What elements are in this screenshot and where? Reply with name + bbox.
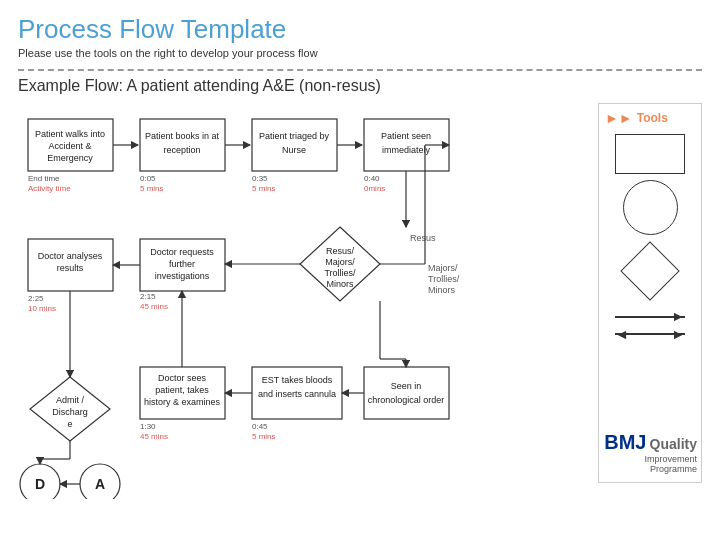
svg-text:further: further <box>169 259 195 269</box>
tool-rectangle[interactable] <box>615 134 685 174</box>
svg-text:0:05: 0:05 <box>140 174 156 183</box>
svg-text:patient, takes: patient, takes <box>155 385 209 395</box>
tool-arrow-bidirectional[interactable]: ◄ ► <box>615 333 685 335</box>
svg-text:reception: reception <box>163 145 200 155</box>
flow-diagram: Patient walks into Accident & Emergency … <box>10 99 590 519</box>
arrow-right-head: ► <box>671 308 685 324</box>
svg-text:0:35: 0:35 <box>252 174 268 183</box>
tools-panel: ►► Tools ► ◄ ► BMJ Quali <box>598 103 702 483</box>
svg-text:Doctor sees: Doctor sees <box>158 373 207 383</box>
svg-text:results: results <box>57 263 84 273</box>
svg-text:0mins: 0mins <box>364 184 385 193</box>
svg-text:End time: End time <box>28 174 60 183</box>
svg-text:Minors: Minors <box>326 279 354 289</box>
bmj-logo: BMJ Quality Improvement Programme <box>599 431 697 474</box>
svg-text:5 mins: 5 mins <box>140 184 164 193</box>
svg-text:Accident &: Accident & <box>48 141 91 151</box>
svg-text:0:45: 0:45 <box>252 422 268 431</box>
svg-text:Doctor analyses: Doctor analyses <box>38 251 103 261</box>
svg-text:Patient seen: Patient seen <box>381 131 431 141</box>
svg-text:Trollies/: Trollies/ <box>428 274 460 284</box>
svg-text:investigations: investigations <box>155 271 210 281</box>
svg-text:10 mins: 10 mins <box>28 304 56 313</box>
svg-text:Minors: Minors <box>428 285 456 295</box>
bmj-text: BMJ Quality <box>599 431 697 454</box>
svg-text:0:40: 0:40 <box>364 174 380 183</box>
tools-label: Tools <box>637 111 668 125</box>
tool-diamond-wrapper <box>620 241 680 301</box>
svg-text:Patient walks into: Patient walks into <box>35 129 105 139</box>
bmj-brand: BMJ <box>604 431 646 453</box>
tool-circle[interactable] <box>623 180 678 235</box>
svg-text:5 mins: 5 mins <box>252 184 276 193</box>
arrow-right-head2: ► <box>671 326 685 342</box>
svg-rect-70 <box>364 367 449 419</box>
svg-text:history & examines: history & examines <box>144 397 221 407</box>
main-content: Patient walks into Accident & Emergency … <box>0 99 720 519</box>
svg-text:Resus/: Resus/ <box>326 246 355 256</box>
svg-text:Resus: Resus <box>410 233 436 243</box>
svg-text:Patient books in at: Patient books in at <box>145 131 220 141</box>
svg-text:e: e <box>67 419 72 429</box>
svg-text:Patient triaged by: Patient triaged by <box>259 131 330 141</box>
svg-text:D: D <box>35 476 45 492</box>
page-header: Process Flow Template Please use the too… <box>0 0 720 63</box>
tool-diamond[interactable] <box>620 241 679 300</box>
svg-text:A: A <box>95 476 105 492</box>
svg-text:EST takes bloods: EST takes bloods <box>262 375 333 385</box>
arrow-left-head: ◄ <box>615 326 629 342</box>
improvement-text: Improvement Programme <box>599 454 697 474</box>
svg-text:45 mins: 45 mins <box>140 432 168 441</box>
flow-svg: Patient walks into Accident & Emergency … <box>10 99 590 499</box>
quality-text: Quality <box>650 436 697 452</box>
svg-text:5 mins: 5 mins <box>252 432 276 441</box>
svg-text:Emergency: Emergency <box>47 153 93 163</box>
svg-text:1:30: 1:30 <box>140 422 156 431</box>
tool-arrows: ► ◄ ► <box>605 311 695 335</box>
svg-text:Nurse: Nurse <box>282 145 306 155</box>
svg-text:Discharg: Discharg <box>52 407 88 417</box>
svg-text:2:25: 2:25 <box>28 294 44 303</box>
svg-text:Majors/: Majors/ <box>428 263 458 273</box>
tools-header: ►► Tools <box>605 110 695 126</box>
svg-text:Trollies/: Trollies/ <box>324 268 356 278</box>
svg-text:immediately: immediately <box>382 145 431 155</box>
svg-text:chronological order: chronological order <box>368 395 445 405</box>
svg-text:Seen in: Seen in <box>391 381 422 391</box>
svg-text:2:15: 2:15 <box>140 292 156 301</box>
tool-arrow-right[interactable]: ► <box>615 311 685 323</box>
svg-text:Doctor requests: Doctor requests <box>150 247 214 257</box>
svg-text:Activity time: Activity time <box>28 184 71 193</box>
page-title: Process Flow Template <box>18 14 702 45</box>
tools-arrow-icon: ►► <box>605 110 633 126</box>
flow-section-title: Example Flow: A patient attending A&E (n… <box>0 71 720 99</box>
svg-text:Admit /: Admit / <box>56 395 85 405</box>
svg-text:and inserts cannula: and inserts cannula <box>258 389 336 399</box>
svg-text:45 mins: 45 mins <box>140 302 168 311</box>
svg-text:Majors/: Majors/ <box>325 257 355 267</box>
page-subtitle: Please use the tools on the right to dev… <box>18 47 702 59</box>
